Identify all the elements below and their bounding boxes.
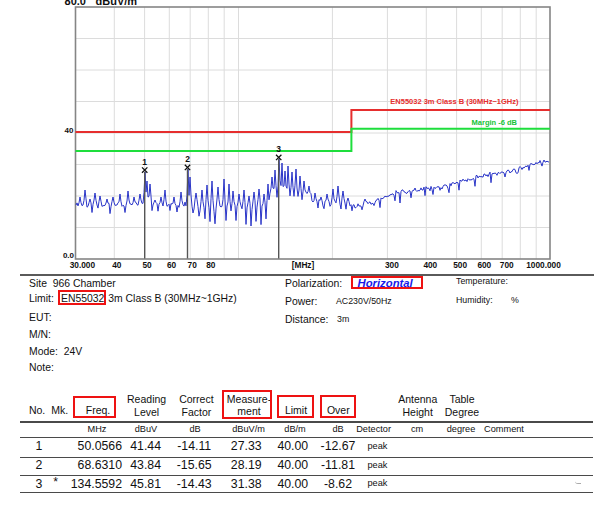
svg-text:500: 500 (453, 260, 467, 270)
svg-text:[MHz]: [MHz] (292, 260, 315, 270)
svg-text:300: 300 (385, 260, 399, 270)
svg-text:1: 1 (142, 157, 147, 167)
svg-text:EN55032 3m Class B (30MHz~1GHz: EN55032 3m Class B (30MHz~1GHz) (390, 97, 519, 106)
svg-text:70: 70 (188, 260, 198, 270)
svg-text:2: 2 (185, 154, 190, 164)
svg-text:80.0: 80.0 (65, 0, 86, 7)
svg-text:40: 40 (65, 126, 74, 135)
svg-text:3: 3 (276, 144, 281, 154)
svg-text:600: 600 (477, 260, 491, 270)
svg-text:60: 60 (167, 260, 177, 270)
svg-text:700: 700 (500, 260, 514, 270)
svg-text:1000.000: 1000.000 (526, 260, 561, 270)
svg-text:400: 400 (423, 260, 437, 270)
svg-text:50: 50 (142, 260, 152, 270)
svg-text:30.000: 30.000 (70, 260, 96, 270)
svg-text:40: 40 (112, 260, 122, 270)
svg-text:0.0: 0.0 (63, 251, 75, 260)
svg-text:Margin -6 dB: Margin -6 dB (472, 118, 518, 127)
svg-text:80: 80 (206, 260, 216, 270)
svg-text:dBuV/m: dBuV/m (96, 0, 138, 7)
